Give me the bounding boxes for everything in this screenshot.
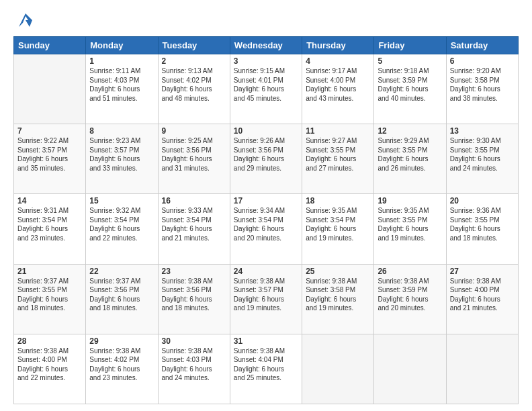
calendar-week-4: 28Sunrise: 9:38 AM Sunset: 4:00 PM Dayli… <box>14 334 519 404</box>
logo <box>13 11 35 30</box>
day-info: Sunrise: 9:38 AM Sunset: 4:00 PM Dayligh… <box>17 347 82 383</box>
day-header-thursday: Thursday <box>302 37 374 54</box>
calendar-cell: 30Sunrise: 9:38 AM Sunset: 4:03 PM Dayli… <box>158 334 230 404</box>
day-number: 18 <box>306 196 370 205</box>
calendar-cell: 9Sunrise: 9:25 AM Sunset: 3:56 PM Daylig… <box>158 124 230 194</box>
calendar-cell: 23Sunrise: 9:38 AM Sunset: 3:56 PM Dayli… <box>158 264 230 334</box>
day-number: 6 <box>450 56 515 66</box>
calendar-cell: 10Sunrise: 9:26 AM Sunset: 3:56 PM Dayli… <box>230 124 302 194</box>
day-number: 5 <box>378 56 442 66</box>
day-number: 12 <box>378 126 442 136</box>
logo-icon <box>16 11 35 30</box>
day-info: Sunrise: 9:30 AM Sunset: 3:55 PM Dayligh… <box>450 136 515 173</box>
day-info: Sunrise: 9:32 AM Sunset: 3:54 PM Dayligh… <box>89 206 154 242</box>
day-number: 15 <box>89 196 154 205</box>
day-info: Sunrise: 9:38 AM Sunset: 3:59 PM Dayligh… <box>378 277 442 313</box>
calendar-cell: 21Sunrise: 9:37 AM Sunset: 3:55 PM Dayli… <box>14 264 86 334</box>
day-number: 19 <box>378 196 442 205</box>
calendar-cell: 8Sunrise: 9:23 AM Sunset: 3:57 PM Daylig… <box>86 124 158 194</box>
day-info: Sunrise: 9:20 AM Sunset: 3:58 PM Dayligh… <box>450 66 515 103</box>
day-info: Sunrise: 9:34 AM Sunset: 3:54 PM Dayligh… <box>234 206 298 242</box>
calendar-cell: 15Sunrise: 9:32 AM Sunset: 3:54 PM Dayli… <box>86 194 158 264</box>
calendar-cell: 16Sunrise: 9:33 AM Sunset: 3:54 PM Dayli… <box>158 194 230 264</box>
day-number: 1 <box>89 56 154 66</box>
day-info: Sunrise: 9:38 AM Sunset: 3:56 PM Dayligh… <box>162 277 226 313</box>
calendar-cell: 7Sunrise: 9:22 AM Sunset: 3:57 PM Daylig… <box>14 124 86 194</box>
calendar-cell: 28Sunrise: 9:38 AM Sunset: 4:00 PM Dayli… <box>14 334 86 404</box>
day-number: 22 <box>89 267 154 276</box>
calendar-cell: 31Sunrise: 9:38 AM Sunset: 4:04 PM Dayli… <box>230 334 302 404</box>
calendar-week-2: 14Sunrise: 9:31 AM Sunset: 3:54 PM Dayli… <box>14 194 519 264</box>
calendar-week-1: 7Sunrise: 9:22 AM Sunset: 3:57 PM Daylig… <box>14 124 519 194</box>
day-info: Sunrise: 9:38 AM Sunset: 4:04 PM Dayligh… <box>234 347 298 383</box>
calendar-cell: 17Sunrise: 9:34 AM Sunset: 3:54 PM Dayli… <box>230 194 302 264</box>
day-info: Sunrise: 9:22 AM Sunset: 3:57 PM Dayligh… <box>17 136 82 173</box>
day-number: 27 <box>450 267 515 276</box>
calendar-cell: 1Sunrise: 9:11 AM Sunset: 4:03 PM Daylig… <box>86 54 158 124</box>
day-info: Sunrise: 9:38 AM Sunset: 4:03 PM Dayligh… <box>162 347 226 383</box>
calendar-cell: 6Sunrise: 9:20 AM Sunset: 3:58 PM Daylig… <box>446 54 518 124</box>
day-number: 25 <box>306 267 370 276</box>
day-number: 29 <box>89 336 154 346</box>
day-header-monday: Monday <box>86 37 158 54</box>
svg-marker-1 <box>26 20 32 27</box>
day-info: Sunrise: 9:31 AM Sunset: 3:54 PM Dayligh… <box>17 206 82 242</box>
day-info: Sunrise: 9:26 AM Sunset: 3:56 PM Dayligh… <box>234 136 298 173</box>
day-info: Sunrise: 9:29 AM Sunset: 3:55 PM Dayligh… <box>378 136 442 173</box>
day-info: Sunrise: 9:38 AM Sunset: 4:02 PM Dayligh… <box>89 347 154 383</box>
calendar-cell: 11Sunrise: 9:27 AM Sunset: 3:55 PM Dayli… <box>302 124 374 194</box>
day-number: 10 <box>234 126 298 136</box>
day-info: Sunrise: 9:37 AM Sunset: 3:55 PM Dayligh… <box>17 277 82 313</box>
calendar-table: SundayMondayTuesdayWednesdayThursdayFrid… <box>13 36 519 404</box>
calendar-cell: 24Sunrise: 9:38 AM Sunset: 3:57 PM Dayli… <box>230 264 302 334</box>
day-info: Sunrise: 9:27 AM Sunset: 3:55 PM Dayligh… <box>306 136 370 173</box>
day-number: 9 <box>162 126 226 136</box>
calendar-week-3: 21Sunrise: 9:37 AM Sunset: 3:55 PM Dayli… <box>14 264 519 334</box>
calendar-cell: 14Sunrise: 9:31 AM Sunset: 3:54 PM Dayli… <box>14 194 86 264</box>
calendar-cell <box>302 334 374 404</box>
day-info: Sunrise: 9:13 AM Sunset: 4:02 PM Dayligh… <box>162 66 226 103</box>
day-info: Sunrise: 9:38 AM Sunset: 4:00 PM Dayligh… <box>450 277 515 313</box>
day-number: 16 <box>162 196 226 205</box>
day-number: 17 <box>234 196 298 205</box>
calendar-cell: 13Sunrise: 9:30 AM Sunset: 3:55 PM Dayli… <box>446 124 518 194</box>
day-info: Sunrise: 9:35 AM Sunset: 3:54 PM Dayligh… <box>306 206 370 242</box>
day-number: 30 <box>162 336 226 346</box>
calendar-cell: 4Sunrise: 9:17 AM Sunset: 4:00 PM Daylig… <box>302 54 374 124</box>
day-number: 8 <box>89 126 154 136</box>
calendar-header-row: SundayMondayTuesdayWednesdayThursdayFrid… <box>14 37 519 54</box>
calendar-week-0: 1Sunrise: 9:11 AM Sunset: 4:03 PM Daylig… <box>14 54 519 124</box>
calendar-cell: 2Sunrise: 9:13 AM Sunset: 4:02 PM Daylig… <box>158 54 230 124</box>
day-info: Sunrise: 9:33 AM Sunset: 3:54 PM Dayligh… <box>162 206 226 242</box>
calendar-cell <box>14 54 86 124</box>
day-number: 21 <box>17 267 82 276</box>
page: SundayMondayTuesdayWednesdayThursdayFrid… <box>0 0 532 411</box>
day-info: Sunrise: 9:38 AM Sunset: 3:58 PM Dayligh… <box>306 277 370 313</box>
day-info: Sunrise: 9:36 AM Sunset: 3:55 PM Dayligh… <box>450 206 515 242</box>
day-header-saturday: Saturday <box>446 37 518 54</box>
day-number: 3 <box>234 56 298 66</box>
day-number: 11 <box>306 126 370 136</box>
calendar-cell: 3Sunrise: 9:15 AM Sunset: 4:01 PM Daylig… <box>230 54 302 124</box>
day-number: 14 <box>17 196 82 205</box>
day-number: 23 <box>162 267 226 276</box>
day-number: 2 <box>162 56 226 66</box>
day-number: 28 <box>17 336 82 346</box>
day-header-wednesday: Wednesday <box>230 37 302 54</box>
day-number: 31 <box>234 336 298 346</box>
calendar-cell: 27Sunrise: 9:38 AM Sunset: 4:00 PM Dayli… <box>446 264 518 334</box>
calendar-cell <box>374 334 446 404</box>
day-info: Sunrise: 9:11 AM Sunset: 4:03 PM Dayligh… <box>89 66 154 103</box>
calendar-cell: 18Sunrise: 9:35 AM Sunset: 3:54 PM Dayli… <box>302 194 374 264</box>
calendar-cell: 22Sunrise: 9:37 AM Sunset: 3:56 PM Dayli… <box>86 264 158 334</box>
day-number: 4 <box>306 56 370 66</box>
calendar-cell: 26Sunrise: 9:38 AM Sunset: 3:59 PM Dayli… <box>374 264 446 334</box>
day-number: 26 <box>378 267 442 276</box>
calendar-cell: 20Sunrise: 9:36 AM Sunset: 3:55 PM Dayli… <box>446 194 518 264</box>
day-info: Sunrise: 9:18 AM Sunset: 3:59 PM Dayligh… <box>378 66 442 103</box>
header <box>13 11 519 30</box>
calendar-cell <box>446 334 518 404</box>
day-info: Sunrise: 9:25 AM Sunset: 3:56 PM Dayligh… <box>162 136 226 173</box>
day-info: Sunrise: 9:17 AM Sunset: 4:00 PM Dayligh… <box>306 66 370 103</box>
calendar-cell: 19Sunrise: 9:35 AM Sunset: 3:55 PM Dayli… <box>374 194 446 264</box>
